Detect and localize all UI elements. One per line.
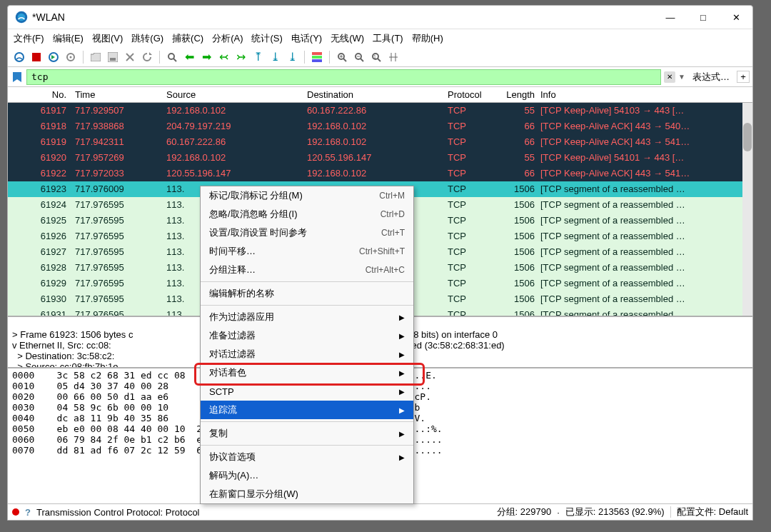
col-source[interactable]: Source xyxy=(163,89,304,100)
status-bar: ? Transmission Control Protocol: Protoco… xyxy=(8,503,752,520)
svg-marker-5 xyxy=(51,55,55,59)
go-prev-icon[interactable]: ⬅ xyxy=(182,50,196,64)
colorize-icon[interactable] xyxy=(310,50,324,64)
context-menu-item[interactable]: 对话过滤器▶ xyxy=(201,345,413,363)
maximize-button[interactable]: □ xyxy=(687,6,720,29)
go-last-icon[interactable]: ⤓ xyxy=(268,50,282,64)
go-next-in-conv-icon[interactable]: ↣ xyxy=(233,50,248,64)
go-next-icon[interactable]: ➡ xyxy=(199,50,213,64)
context-menu-item[interactable]: 解码为(A)… xyxy=(201,466,413,485)
menubar: 文件(F)编辑(E)视图(V)跳转(G)捕获(C)分析(A)统计(S)电话(Y)… xyxy=(8,29,752,47)
context-menu-item[interactable]: 设置/取消设置 时间参考Ctrl+T xyxy=(201,224,413,242)
menu-item[interactable]: 帮助(H) xyxy=(412,32,443,45)
context-menu-item[interactable]: 复制▶ xyxy=(201,424,413,443)
menu-item[interactable]: 统计(S) xyxy=(251,32,282,45)
stop-capture-icon[interactable] xyxy=(29,50,44,64)
filter-dropdown-icon[interactable]: ▼ xyxy=(678,73,685,81)
svg-line-24 xyxy=(361,59,363,61)
packet-row[interactable]: 61922717.972033120.55.196.147192.168.0.1… xyxy=(8,166,752,181)
svg-rect-15 xyxy=(312,52,322,55)
svg-line-27 xyxy=(378,59,381,61)
filter-bookmark-icon[interactable] xyxy=(11,71,24,84)
col-protocol[interactable]: Protocol xyxy=(445,89,498,100)
go-prev-in-conv-icon[interactable]: ↢ xyxy=(216,50,231,64)
menu-item[interactable]: 电话(Y) xyxy=(291,32,322,45)
status-left: Transmission Control Protocol: Protocol xyxy=(36,507,491,518)
restart-capture-icon[interactable] xyxy=(46,50,61,64)
packet-context-menu: 标记/取消标记 分组(M)Ctrl+M忽略/取消忽略 分组(I)Ctrl+D设置… xyxy=(200,186,414,504)
status-packets: 分组: 229790 xyxy=(497,506,552,518)
capture-options-icon[interactable] xyxy=(64,50,78,64)
close-button[interactable]: ✕ xyxy=(720,6,752,29)
filter-bar: ✕ ▼ 表达式… + xyxy=(8,67,752,87)
context-menu-item[interactable]: 准备过滤器▶ xyxy=(201,326,413,345)
add-filter-button[interactable]: + xyxy=(737,71,750,83)
display-filter-input[interactable] xyxy=(26,69,661,85)
svg-line-14 xyxy=(173,59,176,61)
context-menu-item[interactable]: 标记/取消标记 分组(M)Ctrl+M xyxy=(201,186,413,205)
expression-button[interactable]: 表达式… xyxy=(688,71,734,84)
minimize-button[interactable]: — xyxy=(654,6,687,29)
menu-item[interactable]: 文件(F) xyxy=(14,32,44,45)
col-time[interactable]: Time xyxy=(72,89,163,100)
col-length[interactable]: Length xyxy=(498,89,538,100)
zoom-out-icon[interactable] xyxy=(352,50,366,64)
context-menu-item[interactable]: 对话着色▶ xyxy=(201,363,413,382)
zoom-reset-icon[interactable]: 1 xyxy=(369,50,383,64)
window-title: *WLAN xyxy=(32,11,654,23)
context-menu-item[interactable]: 忽略/取消忽略 分组(I)Ctrl+D xyxy=(201,205,413,224)
auto-scroll-icon[interactable]: ⤓ xyxy=(285,50,299,64)
wireshark-logo xyxy=(15,11,28,24)
packet-row[interactable]: 61918717.938868204.79.197.219192.168.0.1… xyxy=(8,119,752,134)
svg-point-2 xyxy=(15,53,24,61)
svg-point-13 xyxy=(168,54,174,59)
main-toolbar: ⬅ ➡ ↢ ↣ ⤒ ⤓ ⤓ 1 xyxy=(8,47,752,67)
status-profile[interactable]: 配置文件: Default xyxy=(677,506,748,518)
context-menu-item[interactable]: 分组注释…Ctrl+Alt+C xyxy=(201,261,413,279)
packet-row[interactable]: 61919717.94231160.167.222.86192.168.0.10… xyxy=(8,134,752,150)
expert-info-icon[interactable] xyxy=(12,508,19,516)
context-menu-item[interactable]: 作为过滤器应用▶ xyxy=(201,308,413,326)
context-menu-item[interactable]: 协议首选项▶ xyxy=(201,448,413,466)
zoom-in-icon[interactable] xyxy=(335,50,349,64)
packet-row[interactable]: 61920717.957269192.168.0.102120.55.196.1… xyxy=(8,150,752,166)
context-menu-item[interactable]: SCTP▶ xyxy=(201,382,413,401)
start-capture-icon[interactable] xyxy=(12,50,26,64)
col-info[interactable]: Info xyxy=(538,89,752,100)
help-icon[interactable]: ? xyxy=(25,507,31,518)
svg-rect-3 xyxy=(32,53,41,61)
menu-item[interactable]: 分析(A) xyxy=(212,32,243,45)
svg-marker-12 xyxy=(149,52,152,55)
reload-icon[interactable] xyxy=(140,50,154,64)
find-packet-icon[interactable] xyxy=(165,50,179,64)
status-displayed: 已显示: 213563 (92.9%) xyxy=(565,506,665,518)
col-no[interactable]: No. xyxy=(8,89,72,100)
svg-text:1: 1 xyxy=(373,54,376,59)
svg-point-7 xyxy=(70,56,72,58)
resize-columns-icon[interactable] xyxy=(386,50,400,64)
menu-item[interactable]: 视图(V) xyxy=(92,32,123,45)
svg-rect-16 xyxy=(312,56,322,59)
packet-scrollbar[interactable] xyxy=(742,103,752,316)
packet-list-header: No. Time Source Destination Protocol Len… xyxy=(8,87,752,103)
svg-rect-17 xyxy=(312,59,322,62)
close-file-icon[interactable] xyxy=(123,50,137,64)
filter-clear-icon[interactable]: ✕ xyxy=(664,71,675,83)
packet-row[interactable]: 61917717.929507192.168.0.10260.167.222.8… xyxy=(8,103,752,119)
context-menu-item[interactable]: 追踪流▶ xyxy=(201,401,413,419)
go-first-icon[interactable]: ⤒ xyxy=(251,50,265,64)
titlebar: *WLAN — □ ✕ xyxy=(8,6,752,29)
menu-item[interactable]: 工具(T) xyxy=(373,32,403,45)
col-destination[interactable]: Destination xyxy=(304,89,445,100)
context-menu-item[interactable]: 时间平移…Ctrl+Shift+T xyxy=(201,242,413,261)
menu-item[interactable]: 编辑(E) xyxy=(53,32,84,45)
context-menu-item[interactable]: 编辑解析的名称 xyxy=(201,284,413,303)
svg-line-21 xyxy=(343,59,346,61)
context-menu-item[interactable]: 在新窗口显示分组(W) xyxy=(201,485,413,503)
open-file-icon[interactable] xyxy=(89,50,103,64)
svg-rect-9 xyxy=(110,58,116,61)
menu-item[interactable]: 跳转(G) xyxy=(131,32,163,45)
menu-item[interactable]: 无线(W) xyxy=(331,32,364,45)
menu-item[interactable]: 捕获(C) xyxy=(172,32,203,45)
save-file-icon[interactable] xyxy=(106,50,120,64)
